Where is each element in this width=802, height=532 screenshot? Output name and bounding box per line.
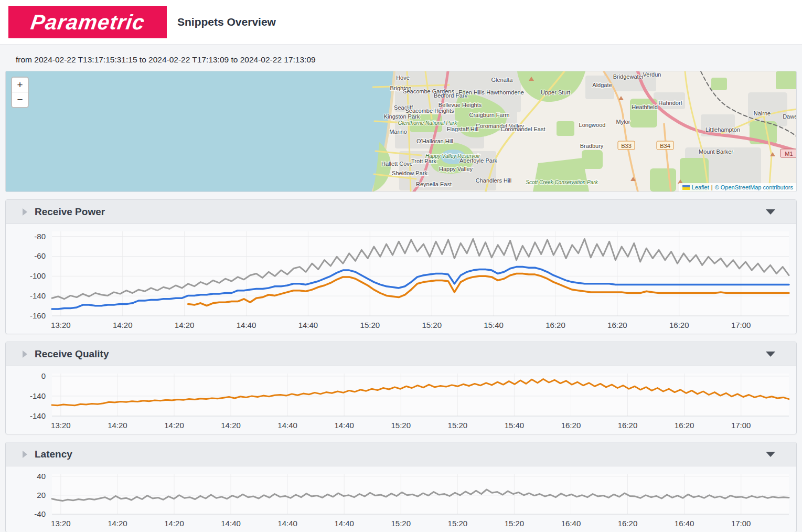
latency-header[interactable]: Latency — [6, 442, 796, 466]
map-attribution: Leaflet | © OpenStreetMap contributors — [679, 183, 796, 191]
collapse-caret-icon[interactable] — [766, 352, 775, 357]
svg-text:14:40: 14:40 — [334, 421, 354, 430]
svg-text:14:20: 14:20 — [164, 421, 184, 430]
receive-quality-chart: 13:2014:2014:2014:2014:4014:4015:2015:20… — [6, 366, 796, 434]
receive-power-header[interactable]: Receive Power — [6, 200, 796, 224]
map-label: Mount Barker — [699, 148, 733, 155]
map-label: Nairne — [754, 110, 771, 116]
svg-text:14:40: 14:40 — [221, 519, 241, 528]
svg-text:15:20: 15:20 — [448, 519, 468, 528]
svg-text:14:40: 14:40 — [334, 519, 354, 528]
map-label: Glenalta — [491, 77, 514, 83]
map-label: Eden Hills — [458, 89, 485, 95]
svg-text:17:00: 17:00 — [731, 321, 751, 329]
svg-text:13:20: 13:20 — [51, 321, 71, 329]
map-label: Bridgewater — [613, 73, 644, 80]
svg-text:16:20: 16:20 — [618, 421, 638, 430]
svg-text:15:20: 15:20 — [505, 519, 525, 528]
svg-text:40: 40 — [37, 472, 46, 481]
road-shield-label: M1 — [785, 151, 793, 157]
map-label: Kingston Park — [384, 113, 420, 120]
svg-text:15:20: 15:20 — [391, 421, 411, 430]
map-label: O'Halloran Hill — [416, 138, 453, 144]
svg-text:14:20: 14:20 — [113, 321, 133, 329]
svg-text:-140: -140 — [30, 411, 46, 420]
map-label: Verdun — [643, 71, 661, 78]
receive-quality-header[interactable]: Receive Quality — [6, 342, 796, 366]
map-label: Heathfield — [632, 104, 658, 110]
map-label: Dawesley — [783, 113, 797, 120]
svg-text:14:20: 14:20 — [108, 421, 127, 430]
map-label: Happy Valley Reservoir — [425, 153, 480, 159]
svg-text:14:20: 14:20 — [108, 519, 127, 528]
svg-text:15:40: 15:40 — [505, 421, 525, 430]
svg-text:15:20: 15:20 — [448, 421, 468, 430]
svg-text:16:20: 16:20 — [618, 519, 638, 528]
svg-text:-80: -80 — [34, 232, 46, 241]
logo-text: Parametric — [29, 10, 146, 34]
svg-text:0: 0 — [41, 371, 46, 380]
map-label: Aldgate — [592, 82, 612, 88]
svg-text:15:20: 15:20 — [391, 519, 411, 528]
svg-text:15:20: 15:20 — [422, 321, 442, 329]
svg-text:14:40: 14:40 — [298, 321, 318, 329]
map-label: Happy Valley — [439, 166, 473, 172]
svg-text:16:40: 16:40 — [561, 519, 581, 528]
svg-text:16:20: 16:20 — [675, 421, 694, 430]
chevron-right-icon — [23, 350, 27, 358]
map-label: Craigburn Farm — [469, 112, 509, 118]
ukraine-flag-icon — [682, 185, 690, 190]
map-zoom-control: + − — [11, 77, 29, 108]
map-label: Bradbury — [580, 143, 604, 149]
panel-receive-power: Receive Power 13:2014:2014:2014:4014:401… — [5, 199, 797, 334]
page-title: Snippets Overview — [177, 16, 276, 28]
zoom-out-button[interactable]: − — [12, 92, 28, 107]
collapse-caret-icon[interactable] — [766, 452, 775, 457]
svg-text:20: 20 — [37, 491, 46, 499]
time-range-label: from 2024-02-22 T13:17:15:31:15 to 2024-… — [16, 55, 802, 65]
map-label: Longwood — [579, 122, 606, 128]
osm-contributors-link[interactable]: © OpenStreetMap contributors — [715, 184, 793, 190]
panel-title: Receive Quality — [35, 348, 766, 360]
map-label: Scott Creek Conservation Park — [526, 179, 598, 185]
svg-text:-140: -140 — [30, 291, 46, 300]
road-shield-label: B34 — [660, 143, 670, 149]
svg-text:16:20: 16:20 — [669, 321, 689, 329]
svg-text:16:20: 16:20 — [561, 421, 581, 430]
panel-title: Receive Power — [35, 206, 766, 218]
parametric-logo: Parametric — [8, 6, 167, 38]
svg-text:16:40: 16:40 — [675, 519, 694, 528]
map-label: Upper Sturt — [541, 89, 570, 95]
map-label: Littlehampton — [705, 126, 740, 133]
leaflet-link[interactable]: Leaflet — [692, 184, 709, 190]
svg-text:13:20: 13:20 — [51, 519, 71, 528]
svg-text:14:20: 14:20 — [221, 421, 241, 430]
collapse-caret-icon[interactable] — [766, 209, 775, 215]
map[interactable]: B33B34M1 HoveBrightonSeacombe GardensBed… — [5, 71, 797, 192]
panel-title: Latency — [35, 449, 766, 460]
map-label: Chandlers Hill — [476, 177, 511, 184]
svg-text:15:20: 15:20 — [360, 321, 380, 329]
road-shield-label: B33 — [621, 143, 632, 149]
map-label: Marino — [389, 129, 407, 135]
svg-text:-140: -140 — [30, 391, 46, 400]
svg-text:14:20: 14:20 — [164, 519, 184, 528]
map-label: Hahndorf — [658, 100, 682, 106]
svg-text:-160: -160 — [30, 311, 46, 320]
svg-text:14:40: 14:40 — [237, 321, 256, 329]
svg-text:14:20: 14:20 — [175, 321, 195, 329]
svg-text:-60: -60 — [34, 251, 46, 260]
map-canvas: B33B34M1 HoveBrightonSeacombe GardensBed… — [6, 71, 797, 191]
latency-chart: 13:2014:2014:2014:4014:4014:4015:2015:20… — [6, 466, 796, 532]
svg-text:17:00: 17:00 — [731, 421, 751, 430]
map-label: Glenthorne National Park — [398, 120, 457, 126]
map-label: Coromandel East — [501, 126, 546, 132]
svg-text:14:40: 14:40 — [277, 519, 297, 528]
map-label: Hawthorndene — [486, 89, 524, 95]
map-label: Flagstaff Hill — [447, 126, 478, 132]
receive-power-chart: 13:2014:2014:2014:4014:4015:2015:2015:40… — [6, 224, 796, 334]
zoom-in-button[interactable]: + — [12, 78, 28, 92]
chevron-right-icon — [23, 451, 27, 458]
chevron-right-icon — [23, 208, 27, 216]
svg-text:13:20: 13:20 — [51, 421, 71, 430]
